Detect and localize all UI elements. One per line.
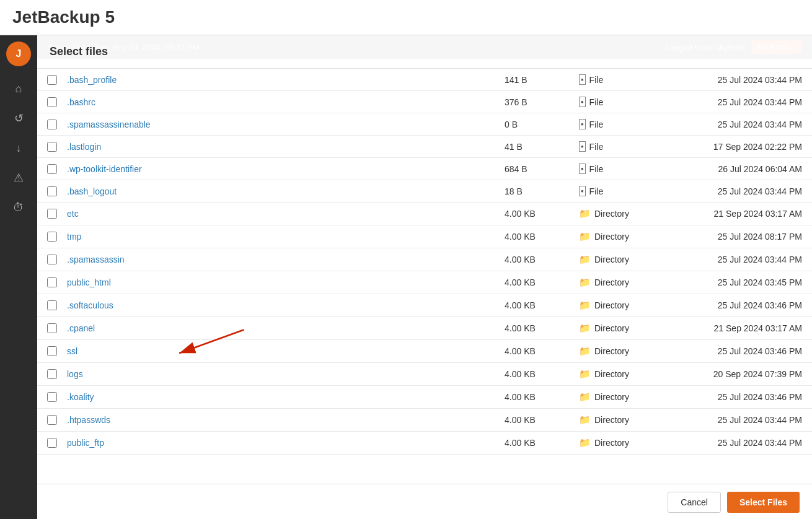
file-name[interactable]: tmp xyxy=(67,232,505,242)
file-name[interactable]: .softaculous xyxy=(67,300,505,310)
modal-header: Select files xyxy=(37,35,812,69)
file-type: 📁 Directory xyxy=(579,414,678,425)
file-type: 📁 Directory xyxy=(579,208,678,219)
table-row[interactable]: .bash_profile 141 B ▪ File 25 Jul 2024 0… xyxy=(37,69,812,91)
file-list[interactable]: .bash_profile 141 B ▪ File 25 Jul 2024 0… xyxy=(37,69,812,484)
file-checkbox[interactable] xyxy=(47,75,57,85)
file-date: 25 Jul 2024 03:46 PM xyxy=(678,392,802,402)
file-size: 376 B xyxy=(505,97,579,107)
file-name[interactable]: .wp-toolkit-identifier xyxy=(67,164,505,174)
file-name[interactable]: public_ftp xyxy=(67,438,505,448)
file-name[interactable]: .bash_logout xyxy=(67,186,505,196)
file-date: 25 Jul 2024 08:17 PM xyxy=(678,232,802,242)
file-type: ▪ File xyxy=(579,164,678,174)
cancel-button[interactable]: Cancel xyxy=(668,492,721,513)
file-date: 25 Jul 2024 03:46 PM xyxy=(678,300,802,310)
file-date: 25 Jul 2024 03:44 PM xyxy=(678,255,802,264)
file-checkbox[interactable] xyxy=(47,392,57,402)
sidebar-item-home[interactable]: ⌂ xyxy=(6,76,31,101)
table-row[interactable]: .cpanel 4.00 KB 📁 Directory 21 Sep 2024 … xyxy=(37,317,812,340)
sidebar-item-download[interactable]: ↓ xyxy=(6,136,31,160)
file-name[interactable]: .lastlogin xyxy=(67,142,505,152)
sidebar-item-restore[interactable]: ↺ xyxy=(6,106,31,131)
table-row[interactable]: .spamassassinenable 0 B ▪ File 25 Jul 20… xyxy=(37,113,812,136)
file-checkbox[interactable] xyxy=(47,142,57,152)
file-type: ▪ File xyxy=(579,74,678,85)
table-row[interactable]: ssl 4.00 KB 📁 Directory 25 Jul 2024 03:4… xyxy=(37,340,812,363)
file-name[interactable]: .bash_profile xyxy=(67,75,505,85)
file-checkbox[interactable] xyxy=(47,346,57,356)
file-icon: ▪ xyxy=(579,141,586,152)
file-name[interactable]: .cpanel xyxy=(67,323,505,333)
directory-icon: 📁 xyxy=(579,369,591,380)
file-date: 26 Jul 2024 06:04 AM xyxy=(678,164,802,174)
file-checkbox[interactable] xyxy=(47,277,57,287)
file-size: 41 B xyxy=(505,142,579,152)
file-type: ▪ File xyxy=(579,141,678,152)
file-icon: ▪ xyxy=(579,164,586,174)
file-checkbox[interactable] xyxy=(47,97,57,107)
file-list-inner: .bash_profile 141 B ▪ File 25 Jul 2024 0… xyxy=(37,69,812,455)
file-checkbox[interactable] xyxy=(47,186,57,196)
table-row[interactable]: .bash_logout 18 B ▪ File 25 Jul 2024 03:… xyxy=(37,180,812,203)
file-date: 25 Jul 2024 03:44 PM xyxy=(678,120,802,129)
file-size: 684 B xyxy=(505,164,579,174)
app-header: JetBackup 5 xyxy=(0,0,812,35)
file-name[interactable]: public_html xyxy=(67,277,505,287)
table-row[interactable]: public_html 4.00 KB 📁 Directory 25 Jul 2… xyxy=(37,271,812,294)
history-icon: ⏱ xyxy=(13,201,24,214)
directory-icon: 📁 xyxy=(579,323,591,334)
table-row[interactable]: tmp 4.00 KB 📁 Directory 25 Jul 2024 08:1… xyxy=(37,225,812,248)
file-size: 4.00 KB xyxy=(505,209,579,219)
file-size: 18 B xyxy=(505,186,579,196)
file-name[interactable]: .spamassassinenable xyxy=(67,120,505,129)
sidebar: J ⌂ ↺ ↓ ⚠ ⏱ xyxy=(0,35,37,519)
file-checkbox[interactable] xyxy=(47,232,57,242)
table-row[interactable]: logs 4.00 KB 📁 Directory 20 Sep 2024 07:… xyxy=(37,363,812,386)
table-row[interactable]: .lastlogin 41 B ▪ File 17 Sep 2024 02:22… xyxy=(37,136,812,158)
file-type: ▪ File xyxy=(579,97,678,107)
table-row[interactable]: etc 4.00 KB 📁 Directory 21 Sep 2024 03:1… xyxy=(37,203,812,225)
file-icon: ▪ xyxy=(579,74,586,85)
table-row[interactable]: .koality 4.00 KB 📁 Directory 25 Jul 2024… xyxy=(37,386,812,409)
table-row[interactable]: .wp-toolkit-identifier 684 B ▪ File 26 J… xyxy=(37,158,812,180)
table-row[interactable]: .htpasswds 4.00 KB 📁 Directory 25 Jul 20… xyxy=(37,409,812,432)
sidebar-logo[interactable]: J xyxy=(6,41,31,66)
file-checkbox[interactable] xyxy=(47,438,57,448)
file-name[interactable]: .htpasswds xyxy=(67,415,505,425)
modal-title: Select files xyxy=(50,45,108,58)
file-checkbox[interactable] xyxy=(47,255,57,264)
select-files-button[interactable]: Select Files xyxy=(727,492,800,513)
file-checkbox[interactable] xyxy=(47,300,57,310)
file-date: 25 Jul 2024 03:46 PM xyxy=(678,346,802,356)
alert-icon: ⚠ xyxy=(14,171,24,185)
file-name[interactable]: .koality xyxy=(67,392,505,402)
file-name[interactable]: logs xyxy=(67,369,505,379)
table-row[interactable]: .softaculous 4.00 KB 📁 Directory 25 Jul … xyxy=(37,294,812,317)
file-checkbox[interactable] xyxy=(47,369,57,379)
sidebar-item-history[interactable]: ⏱ xyxy=(6,195,31,220)
file-checkbox[interactable] xyxy=(47,323,57,333)
file-date: 21 Sep 2024 03:17 AM xyxy=(678,209,802,219)
file-icon: ▪ xyxy=(579,119,586,129)
directory-icon: 📁 xyxy=(579,346,591,357)
file-checkbox[interactable] xyxy=(47,209,57,219)
file-checkbox[interactable] xyxy=(47,164,57,174)
file-size: 4.00 KB xyxy=(505,438,579,448)
file-checkbox[interactable] xyxy=(47,120,57,129)
directory-icon: 📁 xyxy=(579,414,591,425)
file-checkbox[interactable] xyxy=(47,415,57,425)
table-row[interactable]: .spamassassin 4.00 KB 📁 Directory 25 Jul… xyxy=(37,248,812,271)
table-row[interactable]: public_ftp 4.00 KB 📁 Directory 25 Jul 20… xyxy=(37,432,812,455)
file-name[interactable]: etc xyxy=(67,209,505,219)
table-row[interactable]: .bashrc 376 B ▪ File 25 Jul 2024 03:44 P… xyxy=(37,91,812,113)
file-type: 📁 Directory xyxy=(579,346,678,357)
directory-icon: 📁 xyxy=(579,391,591,403)
file-date: 25 Jul 2024 03:45 PM xyxy=(678,277,802,287)
file-date: 25 Jul 2024 03:44 PM xyxy=(678,415,802,425)
file-name[interactable]: ssl xyxy=(67,346,505,356)
file-type: 📁 Directory xyxy=(579,391,678,403)
file-name[interactable]: .spamassassin xyxy=(67,255,505,264)
sidebar-item-alert[interactable]: ⚠ xyxy=(6,165,31,190)
file-name[interactable]: .bashrc xyxy=(67,97,505,107)
